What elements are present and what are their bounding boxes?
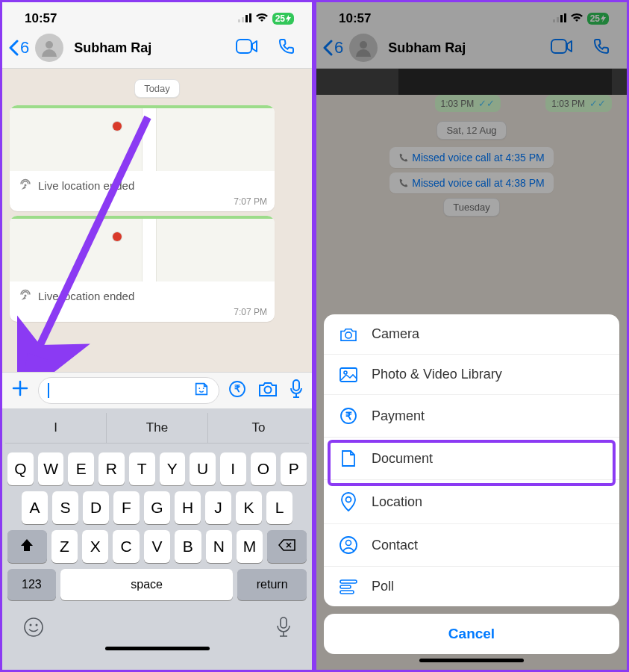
home-indicator[interactable] bbox=[105, 647, 210, 650]
svg-text:₹: ₹ bbox=[234, 383, 241, 394]
key-g[interactable]: G bbox=[144, 491, 170, 524]
svg-rect-0 bbox=[238, 19, 240, 22]
sheet-item-label: Photo & Video Library bbox=[372, 367, 502, 382]
sticker-button[interactable] bbox=[190, 381, 213, 400]
key-c[interactable]: C bbox=[113, 530, 139, 563]
sheet-item-poll[interactable]: Poll bbox=[324, 567, 619, 606]
key-d[interactable]: D bbox=[83, 491, 109, 524]
location-status-text: Live location ended bbox=[38, 179, 134, 192]
contact-name[interactable]: Subham Raj bbox=[388, 40, 539, 56]
voice-call-button[interactable] bbox=[270, 34, 303, 61]
document-icon bbox=[339, 449, 358, 467]
backspace-key[interactable] bbox=[267, 530, 307, 563]
sheet-item-document[interactable]: Document bbox=[324, 438, 619, 480]
camera-button[interactable] bbox=[255, 381, 281, 400]
key-z[interactable]: Z bbox=[51, 530, 78, 563]
key-a[interactable]: A bbox=[22, 491, 48, 524]
location-message[interactable]: Live location ended 7:07 PM bbox=[10, 216, 275, 322]
date-chip: Tuesday bbox=[443, 198, 499, 217]
screenshot-left: 10:57 25 6 Subham Raj bbox=[0, 0, 314, 672]
screenshot-right: 10:57 25 6 Subham Raj 1:03 PM✓✓ bbox=[314, 0, 629, 672]
key-u[interactable]: U bbox=[190, 452, 216, 485]
date-chip-today: Today bbox=[134, 79, 180, 98]
return-key[interactable]: return bbox=[237, 569, 307, 600]
back-button[interactable]: 6 bbox=[322, 38, 343, 57]
shift-key[interactable] bbox=[7, 530, 47, 563]
key-e[interactable]: E bbox=[68, 452, 94, 485]
cancel-button[interactable]: Cancel bbox=[324, 614, 619, 654]
sheet-item-camera[interactable]: Camera bbox=[324, 314, 619, 355]
avatar[interactable] bbox=[349, 34, 378, 62]
svg-rect-26 bbox=[340, 368, 357, 382]
sheet-item-image[interactable]: Photo & Video Library bbox=[324, 355, 619, 395]
numbers-key[interactable]: 123 bbox=[7, 569, 56, 600]
back-count: 6 bbox=[20, 38, 29, 57]
contact-name[interactable]: Subham Raj bbox=[74, 40, 224, 56]
chat-header: 6 Subham Raj bbox=[316, 31, 627, 69]
sheet-item-location[interactable]: Location bbox=[324, 480, 619, 524]
svg-rect-33 bbox=[340, 580, 357, 583]
location-message[interactable]: Live location ended 7:07 PM bbox=[10, 105, 275, 211]
space-key[interactable]: space bbox=[60, 569, 234, 600]
key-m[interactable]: M bbox=[237, 530, 263, 563]
chat-header: 6 Subham Raj bbox=[2, 31, 312, 69]
key-q[interactable]: Q bbox=[7, 452, 34, 485]
video-call-button[interactable] bbox=[543, 36, 581, 60]
map-thumbnail bbox=[10, 216, 275, 281]
status-time: 10:57 bbox=[339, 11, 371, 26]
key-o[interactable]: O bbox=[251, 452, 277, 485]
svg-point-23 bbox=[360, 41, 367, 49]
key-t[interactable]: T bbox=[129, 452, 155, 485]
key-p[interactable]: P bbox=[281, 452, 307, 485]
video-call-button[interactable] bbox=[228, 36, 266, 60]
key-w[interactable]: W bbox=[38, 452, 64, 485]
key-v[interactable]: V bbox=[144, 530, 170, 563]
svg-point-13 bbox=[265, 387, 272, 393]
key-i[interactable]: I bbox=[220, 452, 246, 485]
missed-call-chip[interactable]: Missed voice call at 4:38 PM bbox=[389, 172, 553, 193]
sent-message-time: 1:03 PM✓✓ bbox=[545, 95, 612, 112]
key-l[interactable]: L bbox=[266, 491, 292, 524]
voice-call-button[interactable] bbox=[585, 34, 618, 61]
status-bar: 10:57 25 bbox=[316, 2, 627, 31]
svg-point-27 bbox=[344, 371, 347, 374]
emoji-key[interactable] bbox=[23, 617, 44, 641]
back-button[interactable]: 6 bbox=[8, 38, 29, 57]
svg-rect-21 bbox=[560, 15, 563, 22]
key-h[interactable]: H bbox=[175, 491, 201, 524]
sheet-item-label: Poll bbox=[372, 579, 394, 594]
keyboard: I The To QWERTYUIOP ASDFGHJKL ZXCVBNM 12… bbox=[2, 408, 312, 670]
suggestion[interactable]: To bbox=[207, 413, 309, 443]
sheet-item-contact[interactable]: Contact bbox=[324, 524, 619, 567]
key-j[interactable]: J bbox=[205, 491, 231, 524]
dictation-key[interactable] bbox=[276, 617, 291, 641]
chat-messages[interactable]: Today Live location ended 7:07 PM Live l… bbox=[2, 69, 312, 372]
svg-text:₹: ₹ bbox=[345, 410, 352, 422]
svg-point-15 bbox=[25, 618, 43, 636]
key-b[interactable]: B bbox=[175, 530, 201, 563]
key-s[interactable]: S bbox=[52, 491, 78, 524]
wifi-icon bbox=[570, 11, 583, 26]
svg-rect-19 bbox=[553, 19, 555, 22]
key-r[interactable]: R bbox=[98, 452, 125, 485]
svg-point-16 bbox=[30, 624, 32, 626]
contact-icon bbox=[339, 536, 358, 554]
key-y[interactable]: Y bbox=[160, 452, 186, 485]
key-x[interactable]: X bbox=[82, 530, 108, 563]
svg-point-25 bbox=[345, 332, 351, 337]
key-f[interactable]: F bbox=[113, 491, 140, 524]
sheet-item-rupee[interactable]: ₹Payment bbox=[324, 395, 619, 438]
home-indicator[interactable] bbox=[419, 659, 524, 662]
key-n[interactable]: N bbox=[206, 530, 232, 563]
missed-call-chip[interactable]: Missed voice call at 4:35 PM bbox=[389, 147, 553, 168]
avatar[interactable] bbox=[35, 34, 63, 62]
battery-indicator: 25 bbox=[587, 13, 609, 25]
suggestion[interactable]: I bbox=[5, 413, 106, 443]
microphone-button[interactable] bbox=[287, 379, 306, 402]
message-input[interactable] bbox=[38, 377, 219, 404]
suggestion[interactable]: The bbox=[106, 413, 207, 443]
sheet-item-label: Document bbox=[372, 451, 433, 467]
attach-button[interactable] bbox=[8, 379, 32, 402]
key-k[interactable]: K bbox=[236, 491, 262, 524]
payment-button[interactable]: ₹ bbox=[225, 380, 249, 401]
